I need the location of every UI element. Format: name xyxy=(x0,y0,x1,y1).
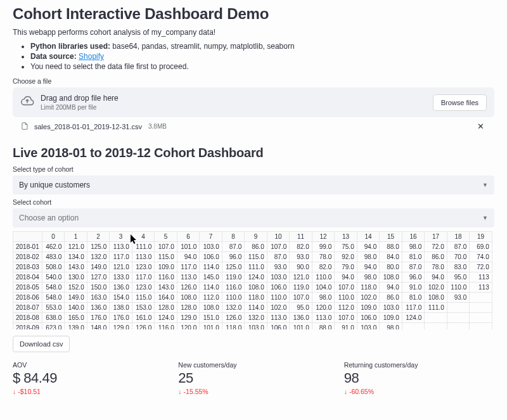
download-csv-button[interactable]: Download csv xyxy=(13,336,70,352)
table-cell: 176.0 xyxy=(110,313,132,323)
table-cell: 120.0 xyxy=(177,323,200,330)
cohort-select[interactable]: Choose an option ▼ xyxy=(13,208,494,227)
table-cell: 106.0 xyxy=(267,323,290,330)
table-cell: 74.0 xyxy=(470,252,492,262)
table-cell xyxy=(470,313,492,323)
table-col-header: 18 xyxy=(447,232,470,242)
table-cell: 80.0 xyxy=(380,262,402,272)
table-cell: 106.0 xyxy=(357,313,380,323)
metric-value: 25 xyxy=(178,370,328,386)
table-cell: 129.0 xyxy=(110,323,132,330)
table-cell: 112.0 xyxy=(335,303,357,313)
table-cell: 99.0 xyxy=(312,242,335,252)
table-cell: 117.0 xyxy=(177,262,200,272)
table-cell: 152.0 xyxy=(65,283,87,293)
file-uploader[interactable]: Drag and drop file here Limit 200MB per … xyxy=(13,87,494,117)
browse-files-button[interactable]: Browse files xyxy=(433,94,487,111)
table-row-header: 2018-07 xyxy=(13,303,42,313)
table-row: 2018-07553.0140.0136.0138.0153.0128.0128… xyxy=(13,303,492,313)
table-cell: 154.0 xyxy=(110,293,132,303)
table-cell xyxy=(447,303,470,313)
table-cell: 79.0 xyxy=(335,262,357,272)
table-cell: 153.0 xyxy=(132,303,155,313)
table-cell: 83.0 xyxy=(447,262,470,272)
metric-label: New customers/day xyxy=(178,361,328,369)
table-col-header: 17 xyxy=(425,232,447,242)
table-cell: 82.0 xyxy=(290,242,312,252)
table-cell: 98.0 xyxy=(312,293,335,303)
table-cell: 116.0 xyxy=(222,283,245,293)
table-cell: 121.0 xyxy=(65,242,87,252)
table-cell: 115.0 xyxy=(155,252,177,262)
table-cell: 148.0 xyxy=(87,323,110,330)
table-cell: 94.0 xyxy=(425,272,447,283)
cohort-table-wrapper[interactable]: 0123456789101112131415161718192018-01462… xyxy=(13,231,494,329)
table-cell xyxy=(470,303,492,313)
table-col-header: 19 xyxy=(470,232,492,242)
table-cell: 462.0 xyxy=(42,242,65,252)
table-cell: 78.0 xyxy=(425,262,447,272)
table-cell: 87.0 xyxy=(267,252,290,262)
page-description: This webapp performs cohort analysis of … xyxy=(13,28,494,37)
metrics-row: AOV $ 84.49 ↓ -$10.51 New customers/day … xyxy=(13,361,494,395)
table-cell: 69.0 xyxy=(470,242,492,252)
table-cell: 140.0 xyxy=(65,303,87,313)
table-cell: 96.0 xyxy=(222,252,245,262)
table-cell: 102.0 xyxy=(357,293,380,303)
table-cell: 119.0 xyxy=(290,283,312,293)
remove-file-button[interactable]: ✕ xyxy=(475,121,487,132)
table-corner xyxy=(13,232,42,242)
table-row-header: 2018-09 xyxy=(13,323,42,330)
table-cell: 112.0 xyxy=(200,293,222,303)
table-cell: 86.0 xyxy=(380,293,402,303)
table-cell: 117.0 xyxy=(110,252,132,262)
table-cell: 623.0 xyxy=(42,323,65,330)
table-cell: 72.0 xyxy=(470,262,492,272)
table-cell xyxy=(470,323,492,330)
table-cell: 114.0 xyxy=(245,303,267,313)
table-cell: 75.0 xyxy=(335,242,357,252)
arrow-down-icon: ↓ xyxy=(344,388,347,395)
table-cell: 123.0 xyxy=(132,283,155,293)
table-col-header: 9 xyxy=(245,232,267,242)
table-cell: 121.0 xyxy=(110,262,132,272)
table-cell xyxy=(447,313,470,323)
cohort-type-select[interactable]: By unique customers ▼ xyxy=(13,175,494,194)
table-cell: 86.0 xyxy=(245,242,267,252)
table-cell: 107.0 xyxy=(335,283,357,293)
arrow-down-icon: ↓ xyxy=(178,388,181,395)
table-cell: 143.0 xyxy=(65,262,87,272)
cohort-table: 0123456789101112131415161718192018-01462… xyxy=(13,231,492,329)
table-cell xyxy=(402,323,425,330)
table-cell: 126.0 xyxy=(222,313,245,323)
table-cell: 113 xyxy=(470,272,492,283)
table-cell: 82.0 xyxy=(312,262,335,272)
table-row-header: 2018-03 xyxy=(13,262,42,272)
table-col-header: 4 xyxy=(132,232,155,242)
table-cell xyxy=(425,323,447,330)
table-col-header: 11 xyxy=(290,232,312,242)
table-row-header: 2018-08 xyxy=(13,313,42,323)
table-cell: 126.0 xyxy=(177,283,200,293)
table-row: 2018-05548.0152.0150.0136.0123.0143.0126… xyxy=(13,283,492,293)
table-col-header: 3 xyxy=(110,232,132,242)
table-cell: 110.0 xyxy=(267,293,290,303)
table-cell: 113.0 xyxy=(132,252,155,262)
table-cell: 118.0 xyxy=(245,293,267,303)
table-cell: 111.0 xyxy=(245,262,267,272)
table-cell xyxy=(425,313,447,323)
file-name: sales_2018-01-01_2019-12-31.csv xyxy=(34,123,142,130)
select-type-label: Select type of cohort xyxy=(13,165,494,173)
table-cell: 165.0 xyxy=(65,313,87,323)
table-cell: 114.0 xyxy=(200,283,222,293)
table-cell: 91.0 xyxy=(335,323,357,330)
table-row: 2018-06548.0149.0163.0154.0115.0164.0108… xyxy=(13,293,492,303)
data-source-link[interactable]: Shopify xyxy=(79,52,104,61)
table-cell: 115.0 xyxy=(245,252,267,262)
table-row: 2018-03508.0143.0149.0121.0123.0109.0117… xyxy=(13,262,492,272)
table-cell: 132.0 xyxy=(222,303,245,313)
table-cell: 92.0 xyxy=(335,252,357,262)
table-cell: 81.0 xyxy=(402,252,425,262)
table-cell: 101.0 xyxy=(200,323,222,330)
table-cell: 134.0 xyxy=(65,252,87,262)
